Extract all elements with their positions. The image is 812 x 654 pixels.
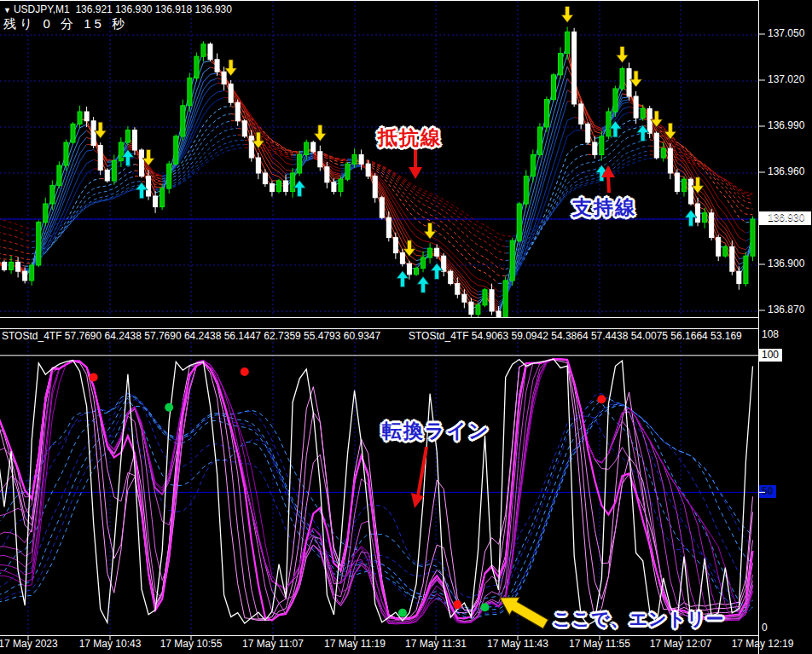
price-tick-label: 137.020 xyxy=(768,73,804,85)
time-label: 17 May 10:43 xyxy=(79,638,142,650)
indicator-level-0-label: 0 xyxy=(762,622,768,634)
price-tick-label: 136.930 xyxy=(768,211,804,223)
time-label: 17 May 11:31 xyxy=(405,638,467,650)
time-axis[interactable]: 17 May 202317 May 10:4317 May 10:5517 Ma… xyxy=(0,638,812,654)
resistance-annotation[interactable]: 抵抗線 xyxy=(378,124,442,151)
indicator-scale-max: 108 xyxy=(762,328,779,340)
indicator-level-50-label: 50 xyxy=(759,485,776,498)
main-chart-pane[interactable]: ▼USDJPY,M1 136.921 136.930 136.918 136.9… xyxy=(0,0,758,318)
price-tick-label: 137.050 xyxy=(768,27,804,39)
ohlc-values: 136.921 136.930 136.918 136.930 xyxy=(75,3,232,15)
time-label: 17 May 11:07 xyxy=(242,638,304,650)
time-label: 17 May 12:07 xyxy=(650,638,712,650)
price-scale[interactable]: 136.930 108 100 50 0 137.050137.020136.9… xyxy=(759,0,812,654)
indicator-values-1: STOStd_4TF 57.7690 64.2438 57.7690 64.24… xyxy=(2,330,380,342)
candlestick-chart[interactable] xyxy=(0,1,758,317)
symbol-label: USDJPY,M1 xyxy=(14,3,70,15)
price-tick-label: 136.960 xyxy=(768,165,804,177)
indicator-value-line: STOStd_4TF 57.7690 64.2438 57.7690 64.24… xyxy=(2,330,380,342)
time-label: 17 May 12:19 xyxy=(732,638,794,650)
mt4-chart-window: ▼USDJPY,M1 136.921 136.930 136.918 136.9… xyxy=(0,0,812,654)
time-label: 17 May 2023 xyxy=(0,638,58,650)
time-label: 17 May 11:19 xyxy=(324,638,386,650)
price-tick-label: 136.990 xyxy=(768,119,804,131)
time-label: 17 May 11:43 xyxy=(487,638,548,650)
time-label: 17 May 10:55 xyxy=(160,638,223,650)
indicator-pane[interactable]: STOStd_4TF 57.7690 64.2438 57.7690 64.24… xyxy=(0,328,758,636)
support-annotation[interactable]: 支持線 xyxy=(572,194,636,221)
symbol-dropdown-icon[interactable]: ▼ xyxy=(3,6,11,14)
time-label: 17 May 11:55 xyxy=(569,638,630,650)
stochastic-chart[interactable] xyxy=(0,329,758,634)
indicator-level-100-label: 100 xyxy=(759,349,782,362)
candle-timer-label: 残り 0 分 15 秒 xyxy=(3,16,128,32)
price-tick-label: 136.870 xyxy=(768,304,804,315)
symbol-ohlc-line: ▼USDJPY,M1 136.921 136.930 136.918 136.9… xyxy=(3,3,232,15)
price-tick-label: 136.900 xyxy=(768,258,804,269)
entry-annotation[interactable]: ここで、エントリー xyxy=(553,607,724,631)
indicator-values-2: STOStd_4TF 54.9063 59.0942 54.3864 57.44… xyxy=(409,330,742,342)
conversion-line-annotation[interactable]: 転換ライン xyxy=(382,418,490,444)
